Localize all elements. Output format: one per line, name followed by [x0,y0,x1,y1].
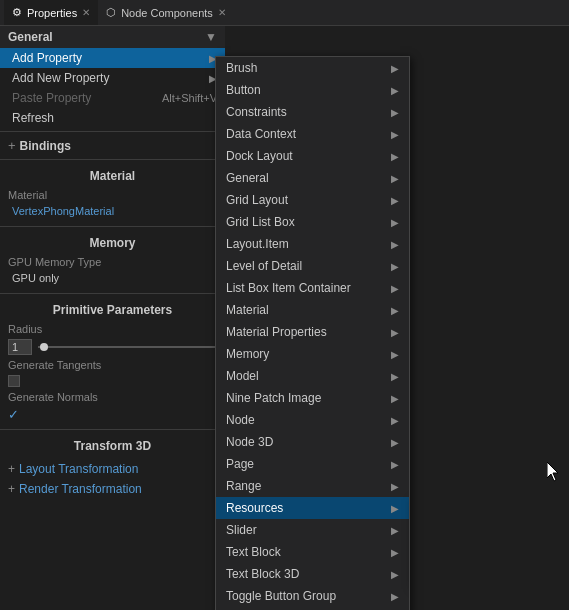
generate-tangents-row [8,373,217,389]
tab-properties-label: Properties [27,7,77,19]
generate-tangents-label: Generate Tangents [8,357,217,373]
render-transform-item[interactable]: + Render Transformation [0,479,225,499]
ctx-brush[interactable]: Brush ▶ [216,57,409,79]
radius-label: Radius [8,321,217,337]
node-components-icon: ⬡ [106,6,116,19]
material-label: Material [8,187,217,203]
add-property-item[interactable]: Add Property ▶ [0,48,225,68]
add-new-property-item[interactable]: Add New Property ▶ [0,68,225,88]
ctx-nine-patch[interactable]: Nine Patch Image ▶ [216,387,409,409]
transform-section-title: Transform 3D [8,439,217,453]
render-transform-plus: + [8,482,15,496]
generate-tangents-checkbox[interactable] [8,375,20,387]
ctx-dock-layout[interactable]: Dock Layout ▶ [216,145,409,167]
material-section-title: Material [8,169,217,183]
left-panel: General ▼ Add Property ▶ Add New Propert… [0,26,225,610]
ctx-page[interactable]: Page ▶ [216,453,409,475]
ctx-material[interactable]: Material ▶ [216,299,409,321]
ctx-grid-layout[interactable]: Grid Layout ▶ [216,189,409,211]
general-label: General [8,30,53,44]
layout-transform-item[interactable]: + Layout Transformation [0,459,225,479]
radius-input[interactable] [8,339,32,355]
layout-transform-label: Layout Transformation [19,462,138,476]
memory-group: Memory GPU Memory Type GPU only [0,230,225,290]
paste-property-label: Paste Property [12,91,91,105]
bindings-plus-icon: + [8,138,16,153]
layout-transform-plus: + [8,462,15,476]
generate-normals-checkmark: ✓ [8,407,19,422]
add-property-label: Add Property [12,51,82,65]
ctx-text-block[interactable]: Text Block ▶ [216,541,409,563]
radius-row [8,337,217,357]
radius-slider-thumb [40,343,48,351]
render-transform-label: Render Transformation [19,482,142,496]
tab-properties[interactable]: ⚙ Properties ✕ [4,0,98,25]
ctx-material-props[interactable]: Material Properties ▶ [216,321,409,343]
separator-2 [0,159,225,160]
ctx-range[interactable]: Range ▶ [216,475,409,497]
svg-marker-0 [547,462,558,481]
general-arrow: ▼ [205,30,217,44]
tab-node-components-close[interactable]: ✕ [218,7,226,18]
ctx-grid-list-box[interactable]: Grid List Box ▶ [216,211,409,233]
separator-1 [0,131,225,132]
ctx-button[interactable]: Button ▶ [216,79,409,101]
memory-section-title: Memory [8,236,217,250]
tab-node-components[interactable]: ⬡ Node Components ✕ [98,0,234,25]
ctx-node-3d[interactable]: Node 3D ▶ [216,431,409,453]
ctx-layout-item[interactable]: Layout.Item ▶ [216,233,409,255]
transform-group: Transform 3D [0,433,225,459]
generate-normals-row: ✓ [8,405,217,424]
ctx-text-block-3d[interactable]: Text Block 3D ▶ [216,563,409,585]
primitive-group: Primitive Parameters Radius Generate Tan… [0,297,225,426]
ctx-constraints[interactable]: Constraints ▶ [216,101,409,123]
ctx-toggle-button[interactable]: Toggle Button Group ▶ [216,585,409,607]
refresh-label: Refresh [12,111,54,125]
properties-icon: ⚙ [12,6,22,19]
separator-3 [0,226,225,227]
tab-properties-close[interactable]: ✕ [82,7,90,18]
bindings-label: Bindings [20,139,71,153]
paste-property-shortcut: Alt+Shift+V [162,92,217,104]
ctx-data-context[interactable]: Data Context ▶ [216,123,409,145]
ctx-memory[interactable]: Memory ▶ [216,343,409,365]
primitive-section-title: Primitive Parameters [8,303,217,317]
ctx-level-of-detail[interactable]: Level of Detail ▶ [216,255,409,277]
tab-bar: ⚙ Properties ✕ ⬡ Node Components ✕ [0,0,569,26]
add-new-property-label: Add New Property [12,71,109,85]
separator-5 [0,429,225,430]
paste-property-item[interactable]: Paste Property Alt+Shift+V [0,88,225,108]
gpu-memory-label: GPU Memory Type [8,254,217,270]
tab-node-components-label: Node Components [121,7,213,19]
ctx-model[interactable]: Model ▶ [216,365,409,387]
ctx-slider[interactable]: Slider ▶ [216,519,409,541]
material-group: Material Material VertexPhongMaterial [0,163,225,223]
ctx-general[interactable]: General ▶ [216,167,409,189]
ctx-node[interactable]: Node ▶ [216,409,409,431]
separator-4 [0,293,225,294]
bindings-row[interactable]: + Bindings [0,135,225,156]
context-menu[interactable]: Brush ▶ Button ▶ Constraints ▶ Data Cont… [215,56,410,610]
cursor [547,462,559,480]
refresh-item[interactable]: Refresh [0,108,225,128]
material-value: VertexPhongMaterial [8,203,217,221]
ctx-list-box-item[interactable]: List Box Item Container ▶ [216,277,409,299]
gpu-memory-value: GPU only [8,270,217,288]
ctx-resources[interactable]: Resources ▶ Disable KZB Export Export in… [216,497,409,519]
radius-slider[interactable] [38,346,217,348]
general-section-header[interactable]: General ▼ [0,26,225,48]
generate-normals-label: Generate Normals [8,389,217,405]
